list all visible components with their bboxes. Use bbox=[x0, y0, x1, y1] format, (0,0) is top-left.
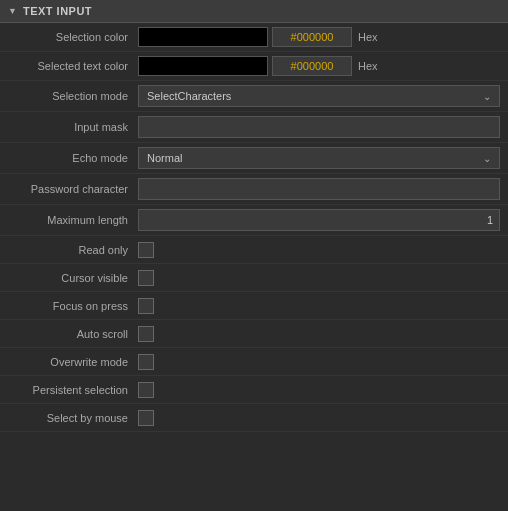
auto-scroll-label: Auto scroll bbox=[8, 328, 138, 340]
selection-mode-dropdown-text: SelectCharacters bbox=[147, 90, 231, 102]
selection-color-row: Selection color Hex bbox=[0, 23, 508, 52]
read-only-label: Read only bbox=[8, 244, 138, 256]
section-collapse-icon: ▼ bbox=[8, 6, 17, 16]
input-mask-label: Input mask bbox=[8, 121, 138, 133]
selected-text-color-hex-input[interactable] bbox=[272, 56, 352, 76]
echo-mode-dropdown-text: Normal bbox=[147, 152, 182, 164]
password-character-label: Password character bbox=[8, 183, 138, 195]
selection-mode-dropdown[interactable]: SelectCharacters ⌄ bbox=[138, 85, 500, 107]
read-only-row: Read only bbox=[0, 236, 508, 264]
select-by-mouse-row: Select by mouse bbox=[0, 404, 508, 432]
selected-text-color-value: Hex bbox=[138, 56, 500, 76]
overwrite-mode-value bbox=[138, 354, 500, 370]
auto-scroll-row: Auto scroll bbox=[0, 320, 508, 348]
maximum-length-input[interactable] bbox=[138, 209, 500, 231]
maximum-length-value bbox=[138, 209, 500, 231]
selection-color-label: Selection color bbox=[8, 31, 138, 43]
persistent-selection-value bbox=[138, 382, 500, 398]
selection-color-value: Hex bbox=[138, 27, 500, 47]
select-by-mouse-label: Select by mouse bbox=[8, 412, 138, 424]
password-character-input[interactable] bbox=[138, 178, 500, 200]
input-mask-value bbox=[138, 116, 500, 138]
selection-mode-value: SelectCharacters ⌄ bbox=[138, 85, 500, 107]
password-character-value bbox=[138, 178, 500, 200]
echo-mode-label: Echo mode bbox=[8, 152, 138, 164]
selection-color-swatch[interactable] bbox=[138, 27, 268, 47]
cursor-visible-row: Cursor visible bbox=[0, 264, 508, 292]
input-mask-row: Input mask bbox=[0, 112, 508, 143]
maximum-length-label: Maximum length bbox=[8, 214, 138, 226]
selection-color-hex-input[interactable] bbox=[272, 27, 352, 47]
selection-mode-dropdown-arrow: ⌄ bbox=[483, 91, 491, 102]
overwrite-mode-row: Overwrite mode bbox=[0, 348, 508, 376]
echo-mode-dropdown-arrow: ⌄ bbox=[483, 153, 491, 164]
selected-text-color-hex-label: Hex bbox=[358, 60, 378, 72]
cursor-visible-label: Cursor visible bbox=[8, 272, 138, 284]
selected-text-color-row: Selected text color Hex bbox=[0, 52, 508, 81]
echo-mode-value: Normal ⌄ bbox=[138, 147, 500, 169]
cursor-visible-value bbox=[138, 270, 500, 286]
focus-on-press-value bbox=[138, 298, 500, 314]
read-only-checkbox[interactable] bbox=[138, 242, 154, 258]
selection-mode-row: Selection mode SelectCharacters ⌄ bbox=[0, 81, 508, 112]
selected-text-color-swatch[interactable] bbox=[138, 56, 268, 76]
password-character-row: Password character bbox=[0, 174, 508, 205]
select-by-mouse-value bbox=[138, 410, 500, 426]
persistent-selection-checkbox[interactable] bbox=[138, 382, 154, 398]
focus-on-press-checkbox[interactable] bbox=[138, 298, 154, 314]
auto-scroll-checkbox[interactable] bbox=[138, 326, 154, 342]
section-title: TEXT INPUT bbox=[23, 5, 92, 17]
maximum-length-row: Maximum length bbox=[0, 205, 508, 236]
auto-scroll-value bbox=[138, 326, 500, 342]
selection-mode-label: Selection mode bbox=[8, 90, 138, 102]
cursor-visible-checkbox[interactable] bbox=[138, 270, 154, 286]
echo-mode-row: Echo mode Normal ⌄ bbox=[0, 143, 508, 174]
section-header[interactable]: ▼ TEXT INPUT bbox=[0, 0, 508, 23]
overwrite-mode-label: Overwrite mode bbox=[8, 356, 138, 368]
selection-color-hex-label: Hex bbox=[358, 31, 378, 43]
echo-mode-dropdown[interactable]: Normal ⌄ bbox=[138, 147, 500, 169]
input-mask-input[interactable] bbox=[138, 116, 500, 138]
persistent-selection-label: Persistent selection bbox=[8, 384, 138, 396]
selected-text-color-label: Selected text color bbox=[8, 60, 138, 72]
focus-on-press-row: Focus on press bbox=[0, 292, 508, 320]
read-only-value bbox=[138, 242, 500, 258]
focus-on-press-label: Focus on press bbox=[8, 300, 138, 312]
select-by-mouse-checkbox[interactable] bbox=[138, 410, 154, 426]
overwrite-mode-checkbox[interactable] bbox=[138, 354, 154, 370]
persistent-selection-row: Persistent selection bbox=[0, 376, 508, 404]
